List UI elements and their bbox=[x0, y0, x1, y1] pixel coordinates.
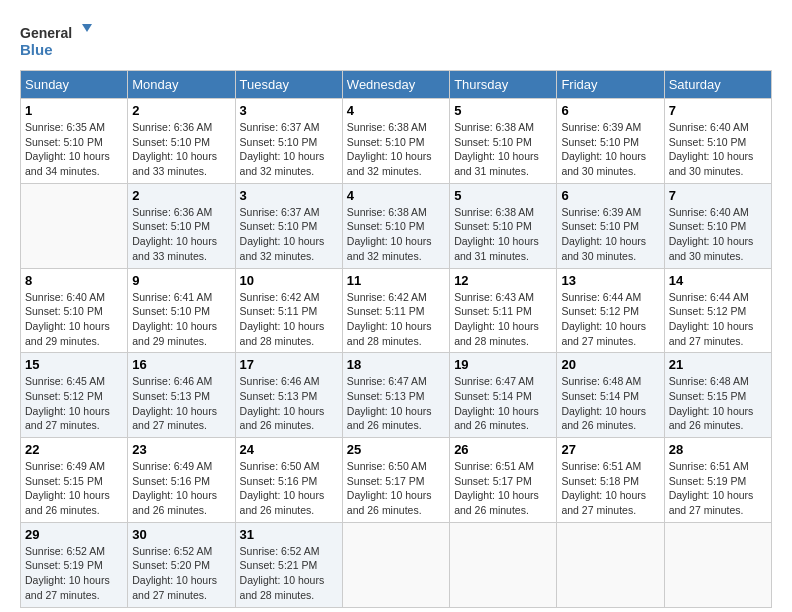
day-number: 19 bbox=[454, 357, 552, 372]
calendar-cell bbox=[664, 522, 771, 607]
calendar-cell: 9Sunrise: 6:41 AMSunset: 5:10 PMDaylight… bbox=[128, 268, 235, 353]
calendar-cell: 14Sunrise: 6:44 AMSunset: 5:12 PMDayligh… bbox=[664, 268, 771, 353]
day-number: 20 bbox=[561, 357, 659, 372]
day-info: Sunrise: 6:51 AMSunset: 5:18 PMDaylight:… bbox=[561, 459, 659, 518]
calendar-cell: 3Sunrise: 6:37 AMSunset: 5:10 PMDaylight… bbox=[235, 183, 342, 268]
calendar-cell: 21Sunrise: 6:48 AMSunset: 5:15 PMDayligh… bbox=[664, 353, 771, 438]
day-of-week-header: Monday bbox=[128, 71, 235, 99]
day-number: 13 bbox=[561, 273, 659, 288]
day-info: Sunrise: 6:47 AMSunset: 5:14 PMDaylight:… bbox=[454, 374, 552, 433]
calendar-cell: 29Sunrise: 6:52 AMSunset: 5:19 PMDayligh… bbox=[21, 522, 128, 607]
day-info: Sunrise: 6:48 AMSunset: 5:14 PMDaylight:… bbox=[561, 374, 659, 433]
day-number: 29 bbox=[25, 527, 123, 542]
calendar-cell: 2Sunrise: 6:36 AMSunset: 5:10 PMDaylight… bbox=[128, 183, 235, 268]
day-number: 2 bbox=[132, 103, 230, 118]
day-number: 15 bbox=[25, 357, 123, 372]
day-number: 30 bbox=[132, 527, 230, 542]
calendar-header-row: SundayMondayTuesdayWednesdayThursdayFrid… bbox=[21, 71, 772, 99]
day-info: Sunrise: 6:39 AMSunset: 5:10 PMDaylight:… bbox=[561, 205, 659, 264]
day-info: Sunrise: 6:42 AMSunset: 5:11 PMDaylight:… bbox=[347, 290, 445, 349]
day-info: Sunrise: 6:43 AMSunset: 5:11 PMDaylight:… bbox=[454, 290, 552, 349]
day-info: Sunrise: 6:49 AMSunset: 5:15 PMDaylight:… bbox=[25, 459, 123, 518]
day-info: Sunrise: 6:49 AMSunset: 5:16 PMDaylight:… bbox=[132, 459, 230, 518]
day-info: Sunrise: 6:37 AMSunset: 5:10 PMDaylight:… bbox=[240, 205, 338, 264]
day-info: Sunrise: 6:36 AMSunset: 5:10 PMDaylight:… bbox=[132, 205, 230, 264]
calendar-week-row: 29Sunrise: 6:52 AMSunset: 5:19 PMDayligh… bbox=[21, 522, 772, 607]
day-info: Sunrise: 6:38 AMSunset: 5:10 PMDaylight:… bbox=[347, 205, 445, 264]
day-info: Sunrise: 6:52 AMSunset: 5:21 PMDaylight:… bbox=[240, 544, 338, 603]
day-number: 24 bbox=[240, 442, 338, 457]
day-info: Sunrise: 6:41 AMSunset: 5:10 PMDaylight:… bbox=[132, 290, 230, 349]
day-number: 14 bbox=[669, 273, 767, 288]
day-info: Sunrise: 6:38 AMSunset: 5:10 PMDaylight:… bbox=[454, 120, 552, 179]
day-number: 17 bbox=[240, 357, 338, 372]
day-info: Sunrise: 6:44 AMSunset: 5:12 PMDaylight:… bbox=[561, 290, 659, 349]
day-info: Sunrise: 6:35 AMSunset: 5:10 PMDaylight:… bbox=[25, 120, 123, 179]
day-info: Sunrise: 6:40 AMSunset: 5:10 PMDaylight:… bbox=[669, 120, 767, 179]
day-info: Sunrise: 6:48 AMSunset: 5:15 PMDaylight:… bbox=[669, 374, 767, 433]
calendar-week-row: 8Sunrise: 6:40 AMSunset: 5:10 PMDaylight… bbox=[21, 268, 772, 353]
day-info: Sunrise: 6:47 AMSunset: 5:13 PMDaylight:… bbox=[347, 374, 445, 433]
day-number: 28 bbox=[669, 442, 767, 457]
day-info: Sunrise: 6:42 AMSunset: 5:11 PMDaylight:… bbox=[240, 290, 338, 349]
day-number: 1 bbox=[25, 103, 123, 118]
calendar-week-row: 15Sunrise: 6:45 AMSunset: 5:12 PMDayligh… bbox=[21, 353, 772, 438]
day-of-week-header: Wednesday bbox=[342, 71, 449, 99]
calendar-cell: 7Sunrise: 6:40 AMSunset: 5:10 PMDaylight… bbox=[664, 183, 771, 268]
day-number: 5 bbox=[454, 188, 552, 203]
day-number: 12 bbox=[454, 273, 552, 288]
day-number: 5 bbox=[454, 103, 552, 118]
day-number: 16 bbox=[132, 357, 230, 372]
calendar-cell: 30Sunrise: 6:52 AMSunset: 5:20 PMDayligh… bbox=[128, 522, 235, 607]
day-number: 25 bbox=[347, 442, 445, 457]
day-number: 6 bbox=[561, 188, 659, 203]
day-number: 11 bbox=[347, 273, 445, 288]
calendar-cell: 17Sunrise: 6:46 AMSunset: 5:13 PMDayligh… bbox=[235, 353, 342, 438]
calendar-cell: 18Sunrise: 6:47 AMSunset: 5:13 PMDayligh… bbox=[342, 353, 449, 438]
calendar-cell: 7Sunrise: 6:40 AMSunset: 5:10 PMDaylight… bbox=[664, 99, 771, 184]
day-info: Sunrise: 6:51 AMSunset: 5:17 PMDaylight:… bbox=[454, 459, 552, 518]
day-info: Sunrise: 6:40 AMSunset: 5:10 PMDaylight:… bbox=[669, 205, 767, 264]
calendar-cell bbox=[557, 522, 664, 607]
calendar-cell: 4Sunrise: 6:38 AMSunset: 5:10 PMDaylight… bbox=[342, 99, 449, 184]
day-number: 4 bbox=[347, 188, 445, 203]
day-number: 9 bbox=[132, 273, 230, 288]
calendar-cell: 19Sunrise: 6:47 AMSunset: 5:14 PMDayligh… bbox=[450, 353, 557, 438]
day-info: Sunrise: 6:40 AMSunset: 5:10 PMDaylight:… bbox=[25, 290, 123, 349]
day-info: Sunrise: 6:52 AMSunset: 5:20 PMDaylight:… bbox=[132, 544, 230, 603]
calendar-cell: 25Sunrise: 6:50 AMSunset: 5:17 PMDayligh… bbox=[342, 438, 449, 523]
svg-marker-2 bbox=[82, 24, 92, 32]
day-info: Sunrise: 6:50 AMSunset: 5:17 PMDaylight:… bbox=[347, 459, 445, 518]
day-number: 7 bbox=[669, 103, 767, 118]
calendar-cell: 3Sunrise: 6:37 AMSunset: 5:10 PMDaylight… bbox=[235, 99, 342, 184]
calendar-cell bbox=[21, 183, 128, 268]
day-info: Sunrise: 6:44 AMSunset: 5:12 PMDaylight:… bbox=[669, 290, 767, 349]
day-number: 2 bbox=[132, 188, 230, 203]
day-number: 3 bbox=[240, 188, 338, 203]
calendar-week-row: 1Sunrise: 6:35 AMSunset: 5:10 PMDaylight… bbox=[21, 99, 772, 184]
page-header: General Blue bbox=[20, 20, 772, 60]
day-number: 7 bbox=[669, 188, 767, 203]
day-info: Sunrise: 6:38 AMSunset: 5:10 PMDaylight:… bbox=[454, 205, 552, 264]
day-number: 6 bbox=[561, 103, 659, 118]
calendar-cell: 1Sunrise: 6:35 AMSunset: 5:10 PMDaylight… bbox=[21, 99, 128, 184]
day-info: Sunrise: 6:45 AMSunset: 5:12 PMDaylight:… bbox=[25, 374, 123, 433]
calendar-cell bbox=[342, 522, 449, 607]
day-number: 8 bbox=[25, 273, 123, 288]
calendar-cell: 22Sunrise: 6:49 AMSunset: 5:15 PMDayligh… bbox=[21, 438, 128, 523]
calendar-cell: 6Sunrise: 6:39 AMSunset: 5:10 PMDaylight… bbox=[557, 99, 664, 184]
calendar-cell: 28Sunrise: 6:51 AMSunset: 5:19 PMDayligh… bbox=[664, 438, 771, 523]
day-info: Sunrise: 6:52 AMSunset: 5:19 PMDaylight:… bbox=[25, 544, 123, 603]
day-number: 10 bbox=[240, 273, 338, 288]
calendar-cell: 13Sunrise: 6:44 AMSunset: 5:12 PMDayligh… bbox=[557, 268, 664, 353]
day-number: 22 bbox=[25, 442, 123, 457]
day-of-week-header: Saturday bbox=[664, 71, 771, 99]
calendar-cell: 6Sunrise: 6:39 AMSunset: 5:10 PMDaylight… bbox=[557, 183, 664, 268]
day-info: Sunrise: 6:37 AMSunset: 5:10 PMDaylight:… bbox=[240, 120, 338, 179]
day-info: Sunrise: 6:46 AMSunset: 5:13 PMDaylight:… bbox=[240, 374, 338, 433]
day-info: Sunrise: 6:38 AMSunset: 5:10 PMDaylight:… bbox=[347, 120, 445, 179]
day-info: Sunrise: 6:51 AMSunset: 5:19 PMDaylight:… bbox=[669, 459, 767, 518]
calendar-cell: 8Sunrise: 6:40 AMSunset: 5:10 PMDaylight… bbox=[21, 268, 128, 353]
day-number: 21 bbox=[669, 357, 767, 372]
day-number: 4 bbox=[347, 103, 445, 118]
